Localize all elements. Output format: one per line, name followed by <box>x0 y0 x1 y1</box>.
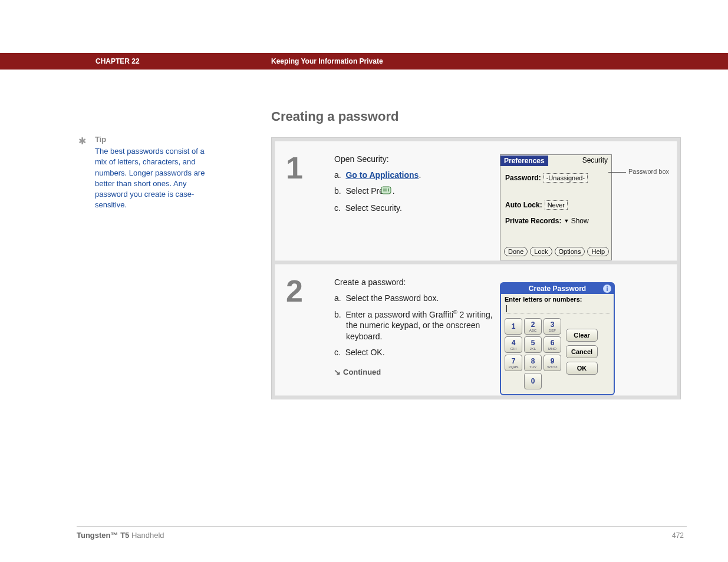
step-1-screenshot-col: Preferences Security Password: -Unassign… <box>500 141 677 260</box>
footer-product: Tungsten™ T5 Handheld <box>77 531 164 540</box>
lock-button[interactable]: Lock <box>530 247 552 256</box>
step-2-intro: Create a password: <box>334 277 494 287</box>
prefs-security-label: Security <box>582 156 608 164</box>
step-2-text: Create a password: a. Select the Passwor… <box>334 265 500 395</box>
ok-button[interactable]: OK <box>566 362 598 375</box>
registered-icon: ® <box>453 309 457 315</box>
svg-point-3 <box>388 189 389 190</box>
step-2-item-a: a. Select the Password box. <box>334 293 494 304</box>
prefs-title: Preferences <box>500 156 548 166</box>
autolock-label: Auto Lock: <box>505 201 542 209</box>
step-number: 1 <box>275 141 334 260</box>
create-password-dialog: Create Password i Enter letters or numbe… <box>500 282 615 395</box>
step-1: 1 Open Security: a. Go to Applications. … <box>275 141 677 261</box>
info-icon[interactable]: i <box>603 285 611 293</box>
step-1-text: Open Security: a. Go to Applications. b.… <box>334 141 500 260</box>
preferences-screenshot: Preferences Security Password: -Unassign… <box>500 154 612 260</box>
dialog-subtitle: Enter letters or numbers: <box>501 294 614 303</box>
step-1-intro: Open Security: <box>334 154 494 164</box>
section-heading: Creating a password <box>271 109 398 124</box>
password-input[interactable]: | <box>505 304 610 313</box>
svg-rect-0 <box>381 187 391 194</box>
key-3[interactable]: 3DEF <box>543 318 561 335</box>
key-4[interactable]: 4GHI <box>505 336 522 353</box>
page-number: 472 <box>672 531 684 540</box>
step-number: 2 <box>275 265 334 395</box>
step-2-screenshot-col: Create Password i Enter letters or numbe… <box>500 265 677 395</box>
step-1-item-c: c. Select Security. <box>334 203 494 214</box>
chapter-title: Keeping Your Information Private <box>271 57 383 65</box>
dropdown-arrow-icon[interactable]: ▼ <box>564 218 569 224</box>
callout-line <box>608 172 626 173</box>
key-2[interactable]: 2ABC <box>524 318 542 335</box>
dialog-title: Create Password i <box>501 283 614 294</box>
private-records-value: Show <box>571 217 589 225</box>
step-1-item-b: b. Select Prefs . <box>334 186 494 198</box>
password-box[interactable]: -Unassigned- <box>543 173 588 183</box>
step-2-item-c: c. Select OK. <box>334 347 494 358</box>
tip-label: Tip <box>95 134 215 145</box>
cancel-button[interactable]: Cancel <box>566 345 598 358</box>
go-to-applications-link[interactable]: Go to Applications <box>345 170 419 180</box>
asterisk-icon: ✱ <box>78 135 86 148</box>
continued-arrow-icon: ↘ <box>334 368 341 376</box>
callout-password-box: Password box <box>628 168 669 175</box>
options-button[interactable]: Options <box>555 247 585 256</box>
chapter-header: CHAPTER 22 Keeping Your Information Priv… <box>0 53 728 70</box>
step-2-item-b: b. Enter a password with Graffiti® 2 wri… <box>334 309 494 342</box>
help-button[interactable]: Help <box>587 247 609 256</box>
key-7[interactable]: 7PQRS <box>505 355 522 371</box>
key-1[interactable]: 1 <box>505 318 522 335</box>
key-5[interactable]: 5JKL <box>524 336 542 353</box>
tip-block: ✱ Tip The best passwords consist of a mi… <box>80 134 215 210</box>
steps-panel: 1 Open Security: a. Go to Applications. … <box>271 137 681 399</box>
key-6[interactable]: 6MNO <box>543 336 561 353</box>
step-1-item-a: a. Go to Applications. <box>334 170 494 181</box>
clear-button[interactable]: Clear <box>566 329 598 342</box>
key-9[interactable]: 9WXYZ <box>543 355 561 371</box>
svg-point-4 <box>388 190 389 191</box>
numeric-keypad: 1 2ABC 3DEF 4GHI 5JKL 6MNO 7PQRS 8TUV 9W… <box>505 318 561 389</box>
key-0[interactable]: 0 <box>524 373 542 389</box>
step-2: 2 Create a password: a. Select the Passw… <box>275 264 677 396</box>
autolock-value[interactable]: Never <box>545 200 568 210</box>
key-8[interactable]: 8TUV <box>524 355 542 371</box>
footer-divider <box>77 526 687 527</box>
tip-body-link[interactable]: The best passwords consist of a mix of l… <box>95 146 215 210</box>
chapter-label: CHAPTER 22 <box>95 57 140 65</box>
continued-indicator: ↘Continued <box>334 368 494 376</box>
done-button[interactable]: Done <box>504 247 528 256</box>
private-records-label: Private Records: <box>505 217 561 225</box>
password-label: Password: <box>505 174 541 182</box>
